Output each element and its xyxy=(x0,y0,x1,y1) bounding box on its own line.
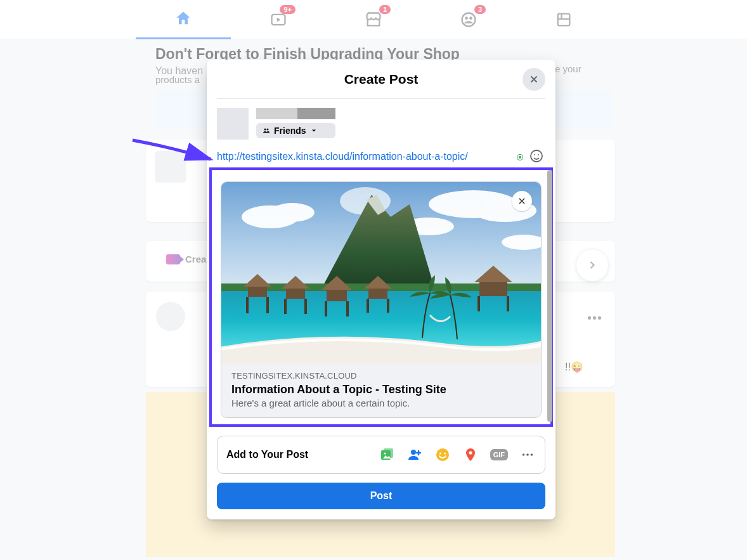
add-to-post-icons: GIF xyxy=(379,446,536,463)
svg-point-5 xyxy=(264,129,266,131)
svg-rect-34 xyxy=(507,296,509,311)
scrollbar-thumb[interactable] xyxy=(547,170,552,422)
svg-point-37 xyxy=(384,452,386,454)
svg-rect-25 xyxy=(304,299,307,314)
author-row: Friends xyxy=(207,99,555,142)
tag-person-icon xyxy=(407,447,422,462)
emoji-picker-button[interactable] xyxy=(529,148,544,166)
close-icon xyxy=(517,196,527,206)
svg-point-40 xyxy=(439,453,441,455)
svg-point-38 xyxy=(411,450,416,455)
tag-people-button[interactable] xyxy=(406,446,423,463)
svg-rect-31 xyxy=(387,299,389,313)
add-to-post-row: Add to Your Post GIF xyxy=(217,436,545,474)
more-icon xyxy=(521,448,535,462)
svg-point-39 xyxy=(436,448,449,461)
svg-point-44 xyxy=(526,453,529,456)
friends-icon xyxy=(263,127,270,134)
modal-title: Create Post xyxy=(344,72,419,87)
modal-header: Create Post xyxy=(217,60,545,99)
svg-rect-33 xyxy=(477,296,480,311)
svg-rect-30 xyxy=(367,299,369,313)
photo-video-button[interactable] xyxy=(379,446,395,463)
preview-image xyxy=(221,182,541,363)
svg-point-12 xyxy=(270,203,315,222)
svg-rect-27 xyxy=(325,301,327,316)
feeling-icon xyxy=(435,447,450,462)
gif-button[interactable]: GIF xyxy=(490,449,508,460)
svg-point-7 xyxy=(531,150,542,162)
more-options-button[interactable] xyxy=(519,446,536,463)
checkin-button[interactable] xyxy=(462,446,479,463)
link-preview-highlight: TESTINGSITEX.KINSTA.CLOUD Information Ab… xyxy=(209,167,553,427)
svg-rect-26 xyxy=(327,290,347,301)
link-preview-card[interactable]: TESTINGSITEX.KINSTA.CLOUD Information Ab… xyxy=(221,181,542,418)
svg-rect-28 xyxy=(346,301,349,316)
svg-point-45 xyxy=(531,453,533,456)
annotation-arrow xyxy=(129,135,224,176)
compose-area[interactable]: http://testingsitex.kinsta.cloud/informa… xyxy=(207,142,555,165)
svg-point-43 xyxy=(523,453,525,456)
author-name-placeholder xyxy=(256,108,335,119)
create-post-modal: Create Post Friends http://testingsitex.… xyxy=(207,60,555,519)
svg-point-41 xyxy=(444,453,446,455)
close-button[interactable] xyxy=(523,68,545,91)
post-button[interactable]: Post xyxy=(217,483,545,509)
svg-rect-29 xyxy=(368,289,387,299)
scrollbar[interactable] xyxy=(547,170,552,422)
svg-rect-22 xyxy=(266,297,269,313)
audience-label: Friends xyxy=(274,126,306,136)
add-to-post-label: Add to Your Post xyxy=(226,449,308,460)
smiley-icon xyxy=(529,148,544,164)
feeling-button[interactable] xyxy=(434,446,451,463)
close-icon xyxy=(528,74,540,85)
svg-rect-32 xyxy=(479,282,507,296)
svg-rect-23 xyxy=(286,289,305,299)
svg-rect-21 xyxy=(246,297,249,313)
svg-point-6 xyxy=(267,129,269,131)
svg-point-8 xyxy=(534,154,535,155)
status-dot xyxy=(517,155,523,160)
preview-title: Information About a Topic - Testing Site xyxy=(231,383,531,396)
svg-point-42 xyxy=(469,451,472,454)
preview-meta: TESTINGSITEX.KINSTA.CLOUD Information Ab… xyxy=(221,363,541,417)
location-icon xyxy=(463,447,478,462)
svg-rect-20 xyxy=(248,287,267,297)
pasted-link[interactable]: http://testingsitex.kinsta.cloud/informa… xyxy=(217,151,468,162)
remove-preview-button[interactable] xyxy=(512,191,532,211)
preview-description: Here's a great article about a certain t… xyxy=(231,398,531,408)
svg-rect-24 xyxy=(284,299,287,314)
preview-domain: TESTINGSITEX.KINSTA.CLOUD xyxy=(231,371,531,381)
audience-selector[interactable]: Friends xyxy=(256,123,335,138)
photo-icon xyxy=(379,447,394,462)
caret-down-icon xyxy=(310,127,318,134)
svg-point-9 xyxy=(538,154,539,155)
